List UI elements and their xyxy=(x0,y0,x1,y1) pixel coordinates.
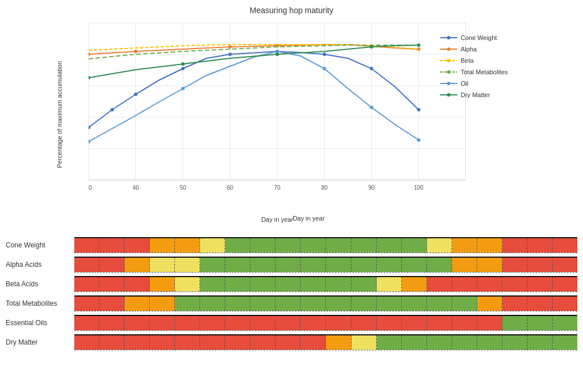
legend-label-dry-matter: Dry Matter xyxy=(461,91,490,98)
heatmap-labels: Cone Weight Alpha Acids Beta Acids Total… xyxy=(6,237,74,354)
heatmap-cell-5-9 xyxy=(301,335,326,350)
heatmap-cell-5-4 xyxy=(175,335,200,350)
heatmap-label-alpha-acids: Alpha Acids xyxy=(6,257,74,273)
heatmap-cell-0-11 xyxy=(352,238,377,253)
heatmap-label-total-metabolites: Total Metabolites xyxy=(6,295,74,311)
svg-point-62 xyxy=(447,70,450,74)
svg-point-48 xyxy=(370,106,373,109)
legend-item-cone-weight: Cone Weight xyxy=(440,34,526,41)
heatmap-cell-1-14 xyxy=(427,258,452,272)
heatmap-cell-4-11 xyxy=(352,316,377,330)
legend-line-total-metabolites xyxy=(440,69,457,75)
legend-line-cone-weight xyxy=(440,35,457,41)
heatmap-cell-2-17 xyxy=(502,277,528,291)
heatmap-row-3 xyxy=(74,295,577,311)
heatmap-cell-1-17 xyxy=(502,258,528,272)
heatmap-cell-3-0 xyxy=(74,297,99,311)
heatmap-cell-2-14 xyxy=(427,277,452,291)
heatmap-cell-4-10 xyxy=(326,316,351,330)
heatmap-cell-2-4 xyxy=(175,277,200,291)
heatmap-cell-0-6 xyxy=(225,238,250,253)
heatmap-cell-2-16 xyxy=(477,277,502,291)
heatmap-cell-3-7 xyxy=(250,297,275,311)
heatmap-cell-3-1 xyxy=(99,297,125,311)
heatmap-cell-0-13 xyxy=(402,238,427,253)
heatmap-cell-1-9 xyxy=(301,258,326,272)
heatmap-cell-0-17 xyxy=(502,238,528,253)
svg-point-32 xyxy=(181,67,185,70)
svg-point-49 xyxy=(417,138,421,142)
heatmap-cell-0-3 xyxy=(150,238,175,253)
heatmap-cell-1-5 xyxy=(200,258,225,272)
heatmap-cell-3-10 xyxy=(326,297,351,311)
heatmap-cell-5-16 xyxy=(477,335,502,350)
svg-point-60 xyxy=(447,59,450,62)
heatmap-cell-3-11 xyxy=(352,297,377,311)
svg-point-56 xyxy=(447,36,450,39)
heatmap-cell-4-14 xyxy=(427,316,452,330)
heatmap-cell-2-10 xyxy=(326,277,351,291)
heatmap-cell-5-3 xyxy=(150,335,175,350)
svg-point-35 xyxy=(323,53,326,56)
heatmap-cell-2-5 xyxy=(200,277,225,291)
heatmap-cell-1-10 xyxy=(326,258,351,272)
heatmap-cell-1-16 xyxy=(477,258,502,272)
svg-point-51 xyxy=(181,62,185,66)
heatmap-section: Cone Weight Alpha Acids Beta Acids Total… xyxy=(6,234,577,386)
legend-label-cone-weight: Cone Weight xyxy=(461,34,497,41)
heatmap-cell-2-12 xyxy=(377,277,402,291)
heatmap-cell-5-14 xyxy=(427,335,452,350)
heatmap-cell-1-4 xyxy=(175,258,200,272)
heatmap-cell-0-15 xyxy=(452,238,477,253)
svg-point-30 xyxy=(110,108,114,111)
heatmap-cell-0-19 xyxy=(553,238,577,253)
heatmap-cell-1-19 xyxy=(553,258,577,272)
svg-point-47 xyxy=(323,67,326,70)
heatmap-cell-3-13 xyxy=(402,297,427,311)
heatmap-cell-5-7 xyxy=(250,335,275,350)
heatmap-cell-2-1 xyxy=(99,277,125,291)
heatmap-cell-1-15 xyxy=(452,258,477,272)
chart-legend: Cone Weight Alpha Be xyxy=(440,34,526,98)
heatmap-cell-3-8 xyxy=(275,297,301,311)
heatmap-cell-4-1 xyxy=(99,316,125,330)
svg-point-39 xyxy=(134,50,138,53)
heatmap-cell-3-5 xyxy=(200,297,225,311)
heatmap-row-2 xyxy=(74,276,577,292)
heatmap-cell-0-16 xyxy=(477,238,502,253)
heatmap-cell-1-3 xyxy=(150,258,175,272)
heatmap-cell-5-1 xyxy=(99,335,125,350)
heatmap-row-0 xyxy=(74,237,577,253)
svg-point-40 xyxy=(229,45,232,49)
heatmap-cell-5-8 xyxy=(275,335,301,350)
heatmap-cell-3-12 xyxy=(377,297,402,311)
svg-text:30: 30 xyxy=(89,185,92,191)
heatmap-cell-0-18 xyxy=(528,238,553,253)
svg-point-37 xyxy=(417,108,421,111)
heatmap-cell-0-5 xyxy=(200,238,225,253)
legend-label-beta: Beta xyxy=(461,57,474,64)
heatmap-cell-4-7 xyxy=(250,316,275,330)
svg-text:60: 60 xyxy=(227,185,234,191)
heatmap-cell-2-11 xyxy=(352,277,377,291)
heatmap-cell-5-0 xyxy=(74,335,99,350)
heatmap-cell-1-18 xyxy=(528,258,553,272)
heatmap-cell-0-2 xyxy=(125,238,150,253)
chart-wrapper: Measuring hop maturity Percentage of max… xyxy=(57,6,526,229)
chart-svg: 120 100 80 60 40 20 0 30 40 50 60 70 80 xyxy=(89,23,466,211)
svg-point-33 xyxy=(229,53,232,56)
heatmap-cell-4-18 xyxy=(528,316,553,330)
heatmap-cell-1-1 xyxy=(99,258,125,272)
heatmap-cell-5-11 xyxy=(352,335,377,350)
heatmap-label-dry-matter: Dry Matter xyxy=(6,334,74,350)
legend-item-beta: Beta xyxy=(440,57,526,64)
heatmap-cell-4-8 xyxy=(275,316,301,330)
heatmap-cell-3-2 xyxy=(125,297,150,311)
heatmap-cell-4-15 xyxy=(452,316,477,330)
legend-line-dry-matter xyxy=(440,92,457,98)
svg-point-64 xyxy=(447,82,450,85)
heatmap-cell-4-17 xyxy=(502,316,528,330)
heatmap-cell-3-19 xyxy=(553,297,577,311)
heatmap-cell-3-9 xyxy=(301,297,326,311)
main-container: Measuring hop maturity Percentage of max… xyxy=(0,0,583,392)
